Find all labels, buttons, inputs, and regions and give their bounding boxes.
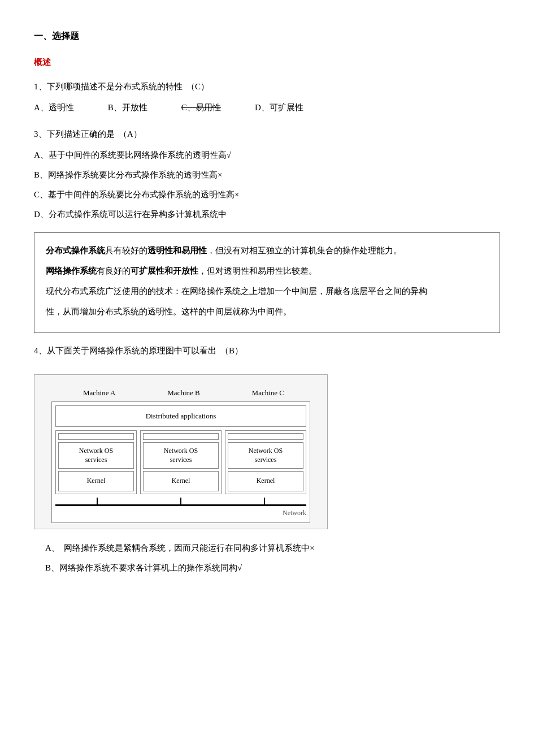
diagram-inner: Distributed applications Network OSservi… xyxy=(51,401,310,523)
network-label: Network xyxy=(55,507,306,520)
machine-a-col: Network OSservices Kernel xyxy=(55,430,137,494)
q1-option-c: C、易用性 xyxy=(181,100,221,115)
q4-text: 4、从下面关于网络操作系统的原理图中可以看出 （B） xyxy=(34,343,500,358)
q3-text: 3、下列描述正确的是 （A） xyxy=(34,127,500,142)
q1-options: A、透明性 B、开放性 C、易用性 D、可扩展性 xyxy=(34,100,500,115)
q3-option-a: A、基于中间件的系统要比网络操作系统的透明性高√ xyxy=(34,148,500,163)
note-line4: 性，从而增加分布式系统的透明性。这样的中间层就称为中间件。 xyxy=(46,303,488,320)
machine-labels: Machine A Machine B Machine C xyxy=(51,386,310,399)
note-box: 分布式操作系统具有较好的透明性和易用性，但没有对相互独立的计算机集合的操作处理能… xyxy=(34,232,500,333)
machine-c-topbar xyxy=(228,433,303,440)
machines-row: Network OSservices Kernel Network OSserv… xyxy=(55,430,306,494)
connectors xyxy=(55,498,306,504)
dist-apps-row: Distributed applications xyxy=(55,405,306,426)
network-bar xyxy=(55,504,306,506)
q4-number: 4、 xyxy=(34,346,47,355)
machine-c-col: Network OSservices Kernel xyxy=(225,430,306,494)
note-bold2: 透明性和易用性 xyxy=(147,246,207,255)
question-1: 1、下列哪项描述不是分布式系统的特性 （C） A、透明性 B、开放性 C、易用性… xyxy=(34,79,500,115)
q3-number: 3、 xyxy=(34,129,47,139)
connector-b xyxy=(180,498,181,504)
connector-c xyxy=(264,498,265,504)
connector-a xyxy=(97,498,98,504)
machine-b-netos: Network OSservices xyxy=(143,442,219,469)
machine-b-kernel: Kernel xyxy=(143,471,219,491)
q1-option-d: D、可扩展性 xyxy=(255,100,303,115)
machine-c-netos: Network OSservices xyxy=(228,442,303,469)
q1-option-b: B、开放性 xyxy=(108,100,147,115)
machine-c-kernel: Kernel xyxy=(228,471,303,491)
q1-text: 1、下列哪项描述不是分布式系统的特性 （C） xyxy=(34,79,500,94)
q3-option-d: D、分布式操作系统可以运行在异构多计算机系统中 xyxy=(34,207,500,222)
machine-b-col: Network OSservices Kernel xyxy=(140,430,222,494)
machine-a-netos: Network OSservices xyxy=(58,442,134,469)
machine-b-topbar xyxy=(143,433,219,440)
note-bold4: 可扩展性和开放性 xyxy=(131,266,198,275)
machine-c-label: Machine C xyxy=(226,386,310,399)
machine-b-label: Machine B xyxy=(141,386,225,399)
note-bold3: 网络操作系统 xyxy=(46,266,97,275)
q4-option-b: B、网络操作系统不要求各计算机上的操作系统同构√ xyxy=(34,560,500,576)
note-line3: 现代分布式系统广泛使用的的技术：在网络操作系统之上增加一个中间层，屏蔽各底层平台… xyxy=(46,283,488,300)
q3-option-b: B、网络操作系统要比分布式操作系统的透明性高× xyxy=(34,167,500,183)
subsection-label: 概述 xyxy=(34,55,500,70)
question-3: 3、下列描述正确的是 （A） A、基于中间件的系统要比网络操作系统的透明性高√ … xyxy=(34,127,500,222)
q1-option-a: A、透明性 xyxy=(34,100,74,115)
section-title: 一、选择题 xyxy=(34,28,500,45)
q3-option-c: C、基于中间件的系统要比分布式操作系统的透明性高× xyxy=(34,187,500,202)
machine-a-label: Machine A xyxy=(57,386,141,399)
q4-option-a: A、 网络操作系统是紧耦合系统，因而只能运行在同构多计算机系统中× xyxy=(34,541,500,556)
note-line2: 网络操作系统有良好的可扩展性和开放性，但对透明性和易用性比较差。 xyxy=(46,262,488,279)
network-os-diagram: Machine A Machine B Machine C Distribute… xyxy=(34,374,328,530)
machine-a-topbar xyxy=(58,433,134,440)
question-4: 4、从下面关于网络操作系统的原理图中可以看出 （B） Machine A Mac… xyxy=(34,343,500,576)
note-bold1: 分布式操作系统 xyxy=(46,246,105,255)
machine-a-kernel: Kernel xyxy=(58,471,134,491)
q1-number: 1、 xyxy=(34,82,47,91)
note-line1: 分布式操作系统具有较好的透明性和易用性，但没有对相互独立的计算机集合的操作处理能… xyxy=(46,242,488,259)
